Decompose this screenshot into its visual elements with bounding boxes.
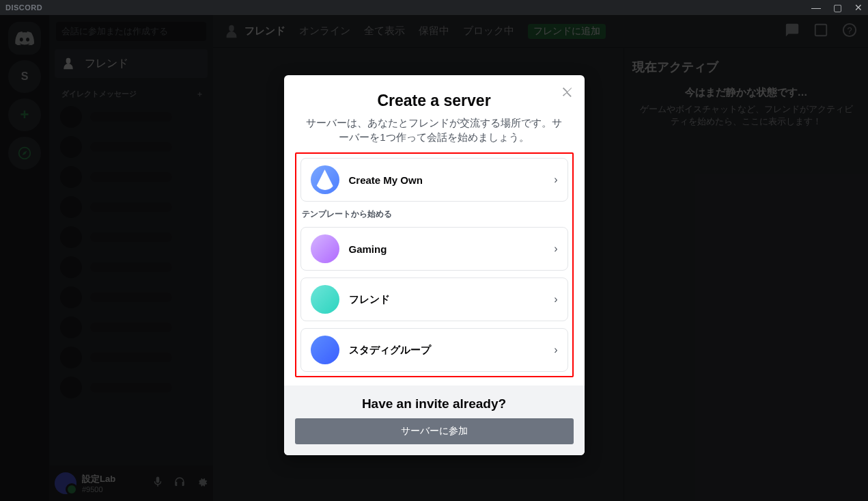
join-server-button[interactable]: サーバーに参加 [295, 418, 574, 444]
gaming-icon [311, 234, 339, 263]
template-friends-option[interactable]: フレンド › [300, 277, 568, 321]
close-button[interactable]: ✕ [854, 2, 863, 13]
chevron-right-icon: › [554, 174, 557, 186]
invite-title: Have an invite already? [295, 396, 574, 411]
maximize-button[interactable]: ▢ [833, 2, 842, 13]
close-icon [560, 85, 575, 100]
titlebar: DISCORD — ▢ ✕ [0, 0, 868, 15]
template-study-option[interactable]: スタディグループ › [300, 328, 568, 372]
friends-icon [311, 285, 339, 314]
template-gaming-option[interactable]: Gaming › [300, 227, 568, 271]
minimize-button[interactable]: — [811, 2, 821, 13]
template-header: テンプレートから始める [302, 208, 568, 220]
chevron-right-icon: › [554, 293, 557, 306]
create-server-modal: Create a server サーバーは、あなたとフレンドが交流する場所です。… [284, 75, 585, 455]
chevron-right-icon: › [554, 243, 557, 255]
highlighted-options: Create My Own › テンプレートから始める Gaming › フレン… [295, 152, 574, 377]
window-controls: — ▢ ✕ [811, 2, 863, 13]
chevron-right-icon: › [554, 344, 557, 356]
create-my-own-option[interactable]: Create My Own › [300, 158, 568, 202]
app-brand: DISCORD [5, 3, 42, 12]
modal-close-button[interactable] [560, 85, 575, 103]
modal-title: Create a server [295, 92, 574, 110]
create-own-icon [311, 165, 339, 194]
modal-subtitle: サーバーは、あなたとフレンドが交流する場所です。サーバーを1つ作って会話を始めま… [295, 116, 574, 144]
study-icon [311, 336, 339, 364]
